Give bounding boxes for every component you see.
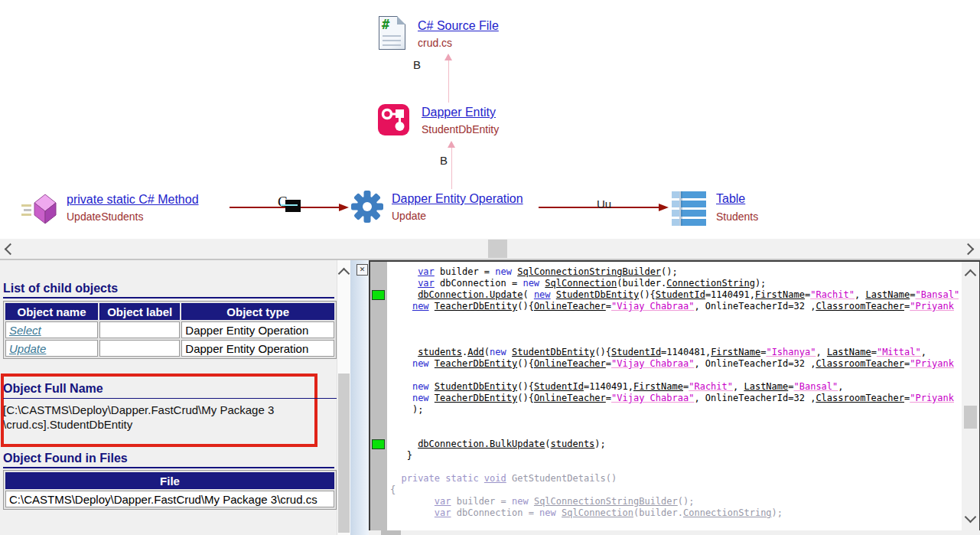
table-row: C:\CASTMS\Deploy\Dapper.FastCrud\My Pack… [5, 491, 334, 507]
node-dapper-entity-link[interactable]: Dapper Entity [422, 106, 496, 119]
table-row: Select Dapper Entity Operation [5, 321, 334, 338]
col-object-type: Object type [181, 303, 334, 320]
full-name-title: Object Full Name [3, 382, 103, 396]
node-operation-name: Update [392, 210, 426, 222]
belongs-arrowhead-1 [444, 54, 452, 60]
code-line: var dbConnection = new SqlConnection(bui… [390, 278, 961, 289]
code-line: new TeacherDbEntity(){OnlineTeacher="Vij… [390, 358, 961, 370]
code-hscroll-thumb[interactable] [381, 530, 401, 535]
csharp-source-file-icon[interactable]: # [379, 16, 405, 50]
object-type-cell: Dapper Entity Operation [181, 340, 334, 357]
graph-horizontal-scrollbar[interactable] [0, 239, 980, 260]
csharp-method-icon[interactable] [21, 191, 60, 227]
title-rule [3, 297, 334, 298]
operation-gear-icon[interactable] [350, 190, 384, 223]
belongs-arrowhead-2 [448, 141, 455, 148]
doc-line [383, 35, 401, 37]
code-line: var builder = new SqlConnectionStringBui… [390, 266, 961, 278]
call-edge-label-group: C [278, 194, 304, 218]
scroll-up-icon[interactable] [338, 268, 350, 280]
col-object-name: Object name [5, 303, 98, 320]
node-method-name: UpdateStudents [67, 210, 143, 223]
code-line [390, 416, 961, 427]
found-in-files-table: File C:\CASTMS\Deploy\Dapper.FastCrud\My… [3, 470, 337, 510]
use-arrowhead [659, 204, 669, 211]
code-line [390, 335, 961, 347]
node-dapper-entity-name: StudentDbEntity [422, 123, 499, 135]
code-line: new TeacherDbEntity(){OnlineTeacher="Vij… [390, 301, 961, 312]
code-line: { [390, 484, 961, 496]
code-text-area[interactable]: var builder = new SqlConnectionStringBui… [387, 262, 961, 530]
node-operation-link[interactable]: Dapper Entity Operation [392, 192, 523, 206]
file-path-cell: C:\CASTMS\Deploy\Dapper.FastCrud\My Pack… [5, 491, 334, 507]
node-source-file-link[interactable]: C# Source File [418, 19, 499, 33]
code-horizontal-scrollbar[interactable] [369, 530, 980, 535]
child-objects-title: List of child objects [3, 282, 118, 295]
child-object-link-update[interactable]: Update [9, 342, 46, 355]
object-label-cell [99, 321, 180, 338]
table-row: Update Dapper Entity Operation [5, 340, 334, 357]
col-file: File [5, 472, 334, 489]
scroll-up-icon[interactable] [965, 269, 977, 282]
code-vscroll-thumb[interactable] [964, 406, 977, 429]
code-line: } [390, 450, 961, 462]
call-edge-black-box [285, 200, 301, 212]
belongs-edge-1 [448, 60, 449, 103]
code-line: dbConnection.BulkUpdate(students); [390, 439, 961, 450]
child-object-link-select[interactable]: Select [9, 324, 41, 337]
code-line: students.Add(new StudentDbEntity(){Stude… [390, 347, 961, 358]
found-in-files-title: Object Found in Files [3, 452, 128, 465]
code-line: new StudentDbEntity(){StudentId=1140491,… [390, 381, 961, 393]
dapper-entity-icon[interactable] [378, 104, 409, 135]
object-full-name-value: [C:\CASTMS\Deploy\Dapper.FastCrud\My Pac… [3, 403, 315, 432]
scroll-left-icon[interactable] [5, 243, 17, 256]
edge-label-belongs-2: B [440, 154, 448, 167]
code-line: new TeacherDbEntity(){OnlineTeacher="Vij… [390, 393, 961, 404]
csharp-hash-glyph: # [382, 17, 389, 32]
title-rule [3, 467, 334, 468]
scroll-down-icon[interactable] [965, 511, 977, 524]
code-line [390, 324, 961, 335]
close-splitter-icon[interactable]: ✕ [357, 264, 368, 276]
code-line: private static void GetStudentDetails() [390, 473, 961, 484]
object-details-panel: List of child objects Object name Object… [0, 260, 337, 535]
node-source-file-name: crud.cs [418, 37, 452, 49]
table-header-row: Object name Object label Object type [5, 303, 334, 320]
scroll-right-icon[interactable] [962, 243, 975, 256]
doc-line [383, 40, 401, 41]
page-fold-shadow [397, 16, 405, 24]
edge-label-belongs-1: B [413, 58, 421, 71]
col-object-label: Object label [99, 303, 180, 320]
belongs-edge-2 [451, 148, 452, 189]
code-vertical-scrollbar[interactable] [959, 262, 979, 530]
call-arrowhead [339, 204, 349, 211]
cast-enlighten-view: # C# Source File crud.cs B Dapper Entity… [0, 0, 980, 535]
code-gutter [370, 262, 387, 530]
panel-splitter[interactable]: ✕ [350, 260, 369, 535]
details-vscroll-thumb[interactable] [338, 374, 350, 533]
object-label-cell [99, 340, 180, 357]
hscroll-thumb[interactable] [488, 240, 507, 258]
table-header-row: File [5, 472, 334, 489]
code-line [390, 427, 961, 439]
details-vertical-scrollbar[interactable] [337, 260, 350, 535]
node-table-link[interactable]: Table [716, 192, 745, 206]
code-line [390, 370, 961, 381]
code-line [390, 462, 961, 473]
dependency-graph: # C# Source File crud.cs B Dapper Entity… [0, 0, 980, 239]
object-type-cell: Dapper Entity Operation [181, 321, 334, 338]
use-edge-label: Uu [597, 197, 611, 210]
bookmark-marker[interactable] [372, 290, 385, 300]
bookmark-marker[interactable] [372, 439, 385, 449]
code-line [390, 312, 961, 324]
source-code-viewer[interactable]: var builder = new SqlConnectionStringBui… [369, 260, 980, 530]
node-table-name: Students [716, 210, 758, 223]
code-line: var dbConnection = new SqlConnection(bui… [390, 507, 961, 519]
code-line: var builder = new SqlConnectionStringBui… [390, 496, 961, 507]
code-line: ); [390, 404, 961, 416]
child-objects-table: Object name Object label Object type Sel… [3, 301, 337, 359]
node-method-link[interactable]: private static C# Method [67, 193, 199, 207]
call-edge-cyan-mark [281, 204, 298, 206]
code-line: dbConnection.Update( new StudentDbEntity… [390, 289, 961, 301]
table-icon[interactable] [671, 190, 708, 227]
